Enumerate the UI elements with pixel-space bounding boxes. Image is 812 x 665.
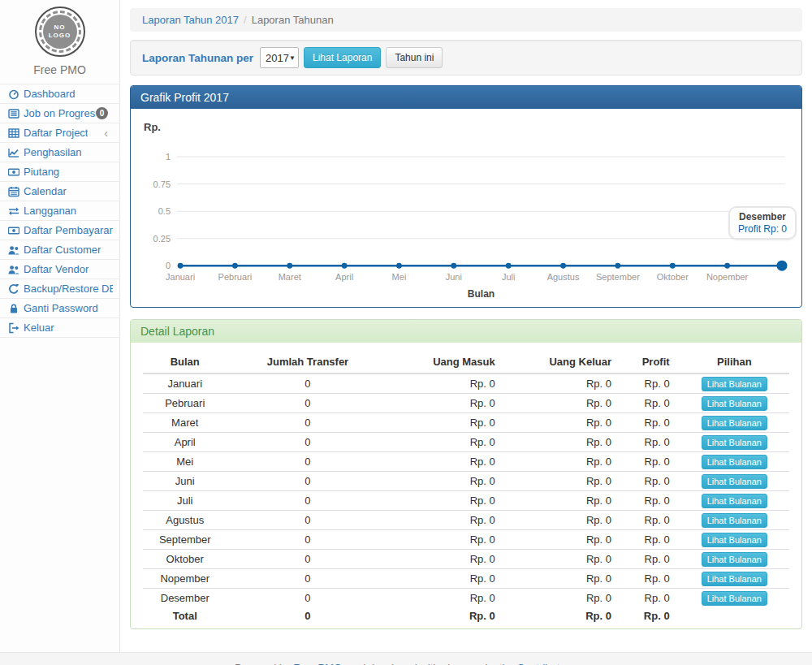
total-jumlah-transfer: 0 [227,607,388,624]
table-row: Agustus0Rp. 0Rp. 0Rp. 0Lihat Bulanan [143,511,789,530]
lihat-bulanan-button[interactable]: Lihat Bulanan [702,591,767,606]
action-cell: Lihat Bulanan [680,472,789,491]
dashboard-icon [6,89,20,100]
lihat-bulanan-button[interactable]: Lihat Bulanan [702,435,767,450]
profit-cell: Rp. 0 [621,433,680,452]
lihat-bulanan-button[interactable]: Lihat Bulanan [702,396,767,411]
caret-down-icon: ▼ [289,54,296,62]
sign-out-icon [6,322,20,334]
column-header: Profit [621,351,680,374]
bulan-cell: April [143,433,227,452]
profit-cell: Rp. 0 [621,589,680,608]
uang-keluar-cell: Rp. 0 [505,472,621,491]
free-pmo-link[interactable]: Free PMO [293,662,342,665]
chevron-left-icon: ‹ [104,127,108,139]
sidebar-item-penghasilan[interactable]: Penghasilan [0,143,119,162]
lihat-bulanan-button[interactable]: Lihat Bulanan [702,552,767,567]
lihat-laporan-button[interactable]: Lihat Laporan [304,47,381,68]
year-select[interactable]: 2017 ▼ [260,47,299,68]
chart-panel-title: Grafik Profit 2017 [131,86,801,109]
sidebar-item-daftar-customer[interactable]: Daftar Customer [0,240,119,260]
profit-cell: Rp. 0 [621,530,680,550]
sidebar-item-langganan[interactable]: Langganan [0,201,119,221]
report-filter-bar: Laporan Tahunan per 2017 ▼ Lihat Laporan… [130,40,802,76]
uang-masuk-cell: Rp. 0 [388,550,504,569]
users-icon [6,244,20,256]
sidebar-item-daftar-vendor[interactable]: Daftar Vendor [0,260,119,279]
sidebar-item-daftar-pembayaran[interactable]: Daftar Pembayaran [0,221,119,240]
profit-cell: Rp. 0 [621,413,680,433]
lihat-bulanan-button[interactable]: Lihat Bulanan [702,474,767,489]
jumlah-transfer-cell: 0 [227,472,388,491]
sidebar-item-label: Ganti Password [24,302,98,314]
action-cell: Lihat Bulanan [680,569,789,589]
chart-area: Rp.00.250.50.751JanuariPebruariMaretApri… [131,109,801,307]
action-cell: Lihat Bulanan [680,550,789,569]
uang-masuk-cell: Rp. 0 [388,511,504,530]
sidebar-item-backup-restore-db[interactable]: Backup/Restore DB [0,279,119,299]
table-row: Juli0Rp. 0Rp. 0Rp. 0Lihat Bulanan [143,491,789,511]
sidebar-item-label: Job on Progress [24,107,96,119]
sidebar-item-ganti-password[interactable]: Ganti Password [0,299,119,318]
svg-text:April: April [335,272,353,282]
table-total-row: Total0Rp. 0Rp. 0Rp. 0 [143,607,789,624]
money-icon [6,225,20,236]
sidebar-item-calendar[interactable]: Calendar [0,182,119,201]
detail-panel-title: Detail Laporan [131,320,801,343]
bulan-cell: Januari [143,374,227,394]
lihat-bulanan-button[interactable]: Lihat Bulanan [702,416,767,430]
sidebar-item-piutang[interactable]: Piutang [0,162,119,182]
svg-text:Juni: Juni [446,272,462,282]
uang-masuk-cell: Rp. 0 [388,374,504,394]
profit-cell: Rp. 0 [621,472,680,491]
page: NO LOGO Free PMO DashboardJob on Progres… [0,0,812,652]
lihat-bulanan-button[interactable]: Lihat Bulanan [702,533,767,547]
total-uang-masuk: Rp. 0 [388,607,504,624]
lihat-bulanan-button[interactable]: Lihat Bulanan [702,513,767,528]
column-header: Uang Masuk [388,351,504,374]
main-content: Laporan Tahun 2017/Laporan Tahunan Lapor… [120,0,812,652]
sidebar-item-daftar-project[interactable]: Daftar Project‹ [0,123,119,143]
retweet-icon [6,205,20,217]
uang-masuk-cell: Rp. 0 [388,433,504,452]
detail-report-panel: Detail Laporan BulanJumlah TransferUang … [130,319,802,629]
action-cell: Lihat Bulanan [680,433,789,452]
lihat-bulanan-button[interactable]: Lihat Bulanan [702,455,767,469]
jumlah-transfer-cell: 0 [227,589,388,608]
total-profit: Rp. 0 [621,607,680,624]
uang-keluar-cell: Rp. 0 [505,394,621,413]
svg-text:September: September [596,272,640,282]
svg-text:0.5: 0.5 [158,206,171,216]
action-cell: Lihat Bulanan [680,491,789,511]
table-row: April0Rp. 0Rp. 0Rp. 0Lihat Bulanan [143,433,789,452]
tahun-ini-button[interactable]: Tahun ini [386,47,443,68]
bulan-cell: Maret [143,413,227,433]
sidebar-item-job-on-progress[interactable]: Job on Progress0 [0,104,119,123]
table-row: Nopember0Rp. 0Rp. 0Rp. 0Lihat Bulanan [143,569,789,589]
refresh-icon [6,283,20,295]
bulan-cell: Agustus [143,511,227,530]
table-row: Januari0Rp. 0Rp. 0Rp. 0Lihat Bulanan [143,374,789,394]
logo-box: NO LOGO Free PMO [0,0,119,84]
table-row: Pebruari0Rp. 0Rp. 0Rp. 0Lihat Bulanan [143,394,789,413]
total-uang-keluar: Rp. 0 [505,607,621,624]
contributors-link[interactable]: Contributors. [517,662,577,665]
lihat-bulanan-button[interactable]: Lihat Bulanan [702,494,767,508]
profit-cell: Rp. 0 [621,374,680,394]
lihat-bulanan-button[interactable]: Lihat Bulanan [702,572,767,586]
sidebar-item-dashboard[interactable]: Dashboard [0,84,119,104]
sidebar-item-label: Penghasilan [24,146,82,158]
jumlah-transfer-cell: 0 [227,452,388,472]
breadcrumb-link-laporan-tahun[interactable]: Laporan Tahun 2017 [142,14,239,26]
sidebar-item-keluar[interactable]: Keluar [0,318,119,338]
uang-masuk-cell: Rp. 0 [388,452,504,472]
uang-masuk-cell: Rp. 0 [388,491,504,511]
sidebar-item-label: Daftar Customer [24,244,101,256]
tooltip-month: Desember [738,211,787,222]
bulan-cell: Mei [143,452,227,472]
table-icon [6,127,20,139]
report-table: BulanJumlah TransferUang MasukUang Kelua… [143,351,789,624]
lihat-bulanan-button[interactable]: Lihat Bulanan [702,377,767,391]
calendar-icon [6,186,20,197]
profit-cell: Rp. 0 [621,491,680,511]
